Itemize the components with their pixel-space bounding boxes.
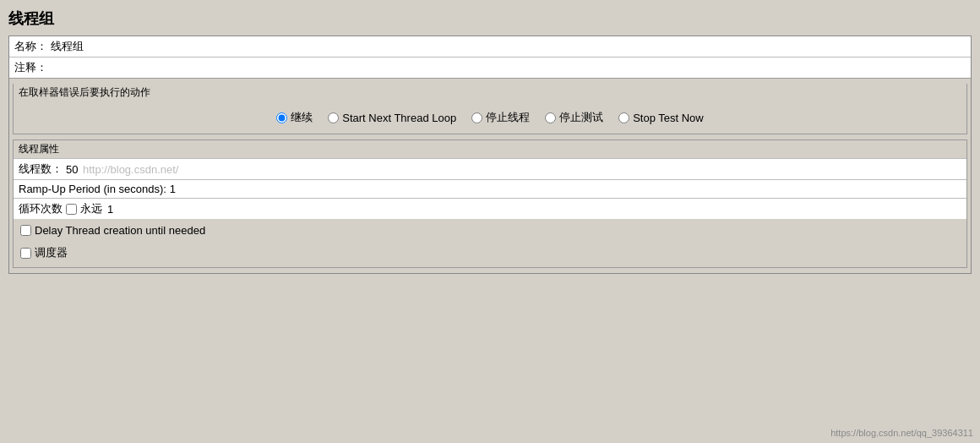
thread-count-label: 线程数：	[19, 161, 63, 177]
ramp-up-input[interactable]	[170, 183, 961, 195]
radio-stop-test[interactable]: 停止测试	[545, 110, 603, 125]
sampler-error-section: 在取样器错误后要执行的动作 继续 Start Next Thread Loop …	[13, 84, 967, 134]
name-input[interactable]	[51, 41, 966, 53]
ramp-up-row: Ramp-Up Period (in seconds):	[14, 179, 966, 198]
delay-label: Delay Thread creation until needed	[35, 224, 205, 237]
loop-forever-checkbox[interactable]	[66, 204, 77, 215]
delay-checkbox-label[interactable]: Delay Thread creation until needed	[20, 224, 205, 237]
radio-next-loop[interactable]: Start Next Thread Loop	[328, 112, 456, 124]
delay-checkbox[interactable]	[20, 225, 31, 236]
ramp-up-label: Ramp-Up Period (in seconds):	[19, 183, 166, 195]
comment-row: 注释：	[9, 57, 971, 79]
loop-forever-checkbox-label[interactable]: 永远	[66, 201, 102, 216]
radio-continue-label: 继续	[291, 110, 313, 125]
radio-stop-test-now-label: Stop Test Now	[633, 112, 704, 124]
name-row: 名称：	[9, 36, 971, 57]
scheduler-row: 调度器	[14, 242, 966, 267]
thread-props-title: 线程属性	[14, 140, 966, 158]
radio-stop-test-now[interactable]: Stop Test Now	[618, 112, 704, 124]
radio-row: 继续 Start Next Thread Loop 停止线程 停止测试 Stop…	[14, 101, 966, 134]
loop-forever-label: 永远	[80, 201, 102, 216]
main-panel: 名称： 注释： 在取样器错误后要执行的动作 继续 Start Next Thre…	[8, 36, 972, 274]
loop-count-input[interactable]	[107, 203, 961, 216]
delay-row: Delay Thread creation until needed	[14, 219, 966, 242]
comment-label: 注释：	[14, 60, 47, 75]
footer-link: https://blog.csdn.net/qq_39364311	[830, 428, 973, 438]
name-label: 名称：	[14, 39, 47, 54]
radio-continue[interactable]: 继续	[276, 110, 313, 125]
loop-label: 循环次数	[19, 201, 63, 216]
thread-count-input[interactable]	[66, 163, 961, 176]
loop-row: 循环次数 永远	[14, 198, 966, 219]
radio-stop-thread[interactable]: 停止线程	[471, 110, 530, 125]
radio-next-loop-label: Start Next Thread Loop	[342, 112, 456, 124]
radio-stop-test-label: 停止测试	[559, 110, 603, 125]
radio-stop-thread-label: 停止线程	[486, 110, 530, 125]
scheduler-checkbox-label[interactable]: 调度器	[20, 245, 68, 260]
scheduler-checkbox[interactable]	[20, 248, 31, 259]
thread-count-row: 线程数： http://blog.csdn.net/	[14, 158, 966, 179]
page-title: 线程组	[8, 8, 972, 29]
comment-input[interactable]	[51, 62, 966, 74]
thread-props-section: 线程属性 线程数： http://blog.csdn.net/ Ramp-Up …	[13, 139, 967, 268]
scheduler-label: 调度器	[35, 245, 68, 260]
sampler-error-title: 在取样器错误后要执行的动作	[14, 84, 966, 101]
